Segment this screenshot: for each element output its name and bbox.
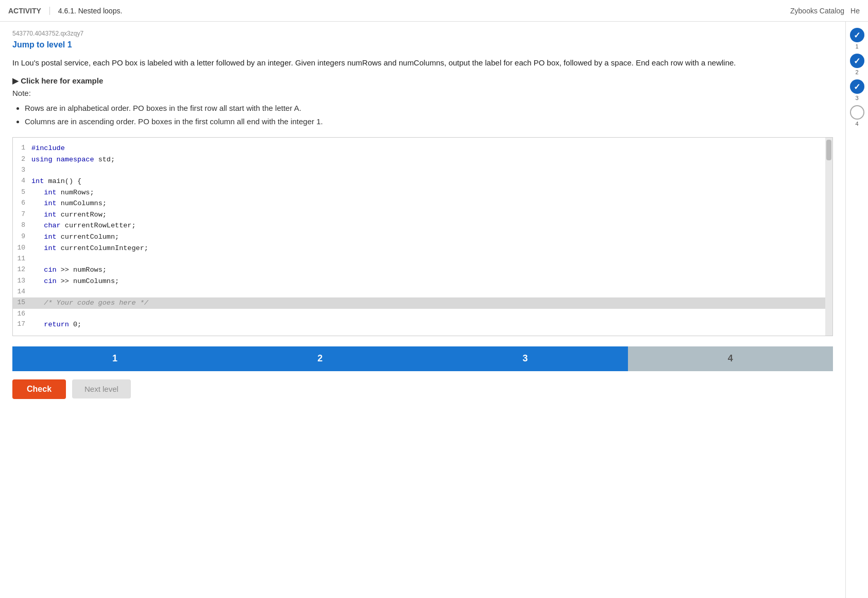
code-line: 6 int numColumns; (13, 198, 832, 209)
code-editor[interactable]: 1#include 2using namespace std;34int mai… (13, 138, 832, 336)
line-number: 12 (13, 264, 31, 275)
code-line: 10 int currentColumnInteger; (13, 243, 832, 254)
line-number: 1 (13, 143, 31, 154)
sidebar-item-1[interactable]: ✓1 (850, 28, 864, 49)
bullet-list: Rows are in alphabetical order. PO boxes… (25, 102, 833, 128)
bullet-item-2: Columns are in ascending order. PO boxes… (25, 115, 833, 128)
help-label[interactable]: He (850, 7, 860, 15)
code-line: 5 int numRows; (13, 187, 832, 198)
line-number: 6 (13, 198, 31, 209)
code-line: 1#include (13, 143, 832, 154)
code-line: 3 (13, 165, 832, 176)
line-number: 4 (13, 176, 31, 187)
bullet-item-1: Rows are in alphabetical order. PO boxes… (25, 102, 833, 115)
check-circle-2[interactable]: ✓ (850, 54, 864, 68)
line-number: 14 (13, 287, 31, 297)
problem-description: In Lou's postal service, each PO box is … (12, 57, 833, 69)
line-number: 2 (13, 154, 31, 165)
sidebar-item-4[interactable]: 4 (850, 105, 864, 127)
top-bar-right: Zybooks Catalog He (790, 7, 860, 15)
line-number: 7 (13, 209, 31, 220)
line-number: 3 (13, 165, 31, 176)
line-content: /* Your code goes here */ (31, 297, 832, 309)
code-line: 8 char currentRowLetter; (13, 220, 832, 231)
line-content: int numColumns; (31, 198, 832, 209)
activity-label: ACTIVITY (8, 7, 50, 15)
sidebar-num-1: 1 (855, 43, 858, 49)
code-line: 9 int currentColumn; (13, 231, 832, 243)
progress-segment-4[interactable]: 4 (628, 346, 833, 371)
line-content: char currentRowLetter; (31, 220, 832, 231)
click-example-toggle[interactable]: Click here for example (12, 76, 833, 86)
catalog-label[interactable]: Zybooks Catalog (790, 7, 844, 15)
line-number: 16 (13, 309, 31, 320)
code-line: 15 /* Your code goes here */ (13, 297, 832, 309)
line-content: int currentColumnInteger; (31, 243, 832, 254)
sidebar-item-3[interactable]: ✓3 (850, 79, 864, 101)
line-number: 11 (13, 254, 31, 264)
check-button[interactable]: Check (12, 379, 66, 399)
scrollbar-thumb[interactable] (826, 140, 831, 160)
check-circle-3[interactable]: ✓ (850, 79, 864, 94)
line-number: 10 (13, 243, 31, 254)
sidebar-num-3: 3 (855, 95, 858, 101)
next-level-button[interactable]: Next level (72, 379, 131, 398)
code-line: 11 (13, 254, 832, 264)
line-content: #include (31, 143, 832, 154)
code-line: 16 (13, 309, 832, 320)
code-line: 7 int currentRow; (13, 209, 832, 221)
sidebar-num-2: 2 (855, 69, 858, 75)
line-number: 5 (13, 187, 31, 198)
line-content: int currentRow; (31, 209, 832, 221)
line-number: 13 (13, 276, 31, 287)
line-content: cin >> numColumns; (31, 276, 832, 287)
line-content: int numRows; (31, 187, 832, 198)
button-row: Check Next level (12, 379, 833, 399)
check-circle-1[interactable]: ✓ (850, 28, 864, 42)
code-line: 4int main() { (13, 176, 832, 187)
line-number: 15 (13, 297, 31, 308)
sidebar-item-2[interactable]: ✓2 (850, 54, 864, 75)
content-area: 543770.4043752.qx3zqy7 Jump to level 1 I… (0, 22, 845, 598)
top-bar: ACTIVITY 4.6.1. Nested loops. Zybooks Ca… (0, 0, 868, 22)
line-number: 8 (13, 220, 31, 231)
line-content: using namespace std; (31, 154, 832, 165)
note-label: Note: (12, 89, 833, 97)
line-content: int currentColumn; (31, 231, 832, 243)
progress-segment-2[interactable]: 2 (217, 346, 422, 371)
question-id: 543770.4043752.qx3zqy7 (12, 30, 833, 37)
code-editor-wrapper: 1#include 2using namespace std;34int mai… (12, 137, 833, 336)
line-number: 17 (13, 319, 31, 330)
line-content: return 0; (31, 319, 832, 330)
progress-segment-3[interactable]: 3 (423, 346, 628, 371)
code-line: 14 (13, 287, 832, 297)
line-number: 9 (13, 231, 31, 242)
jump-to-level-link[interactable]: Jump to level 1 (12, 40, 833, 49)
right-sidebar: ✓1✓2✓34 (845, 22, 868, 598)
check-circle-4[interactable] (850, 105, 864, 120)
main-layout: 543770.4043752.qx3zqy7 Jump to level 1 I… (0, 22, 868, 598)
line-content: int main() { (31, 176, 832, 187)
progress-bar: 1234 (12, 346, 833, 371)
line-content: cin >> numRows; (31, 264, 832, 276)
code-line: 13 cin >> numColumns; (13, 276, 832, 287)
code-line: 2using namespace std; (13, 154, 832, 165)
progress-segment-1[interactable]: 1 (12, 346, 217, 371)
code-line: 17 return 0; (13, 319, 832, 330)
activity-title: 4.6.1. Nested loops. (58, 7, 790, 15)
code-line: 12 cin >> numRows; (13, 264, 832, 276)
scrollbar-track[interactable] (825, 138, 832, 336)
sidebar-num-4: 4 (855, 121, 858, 127)
